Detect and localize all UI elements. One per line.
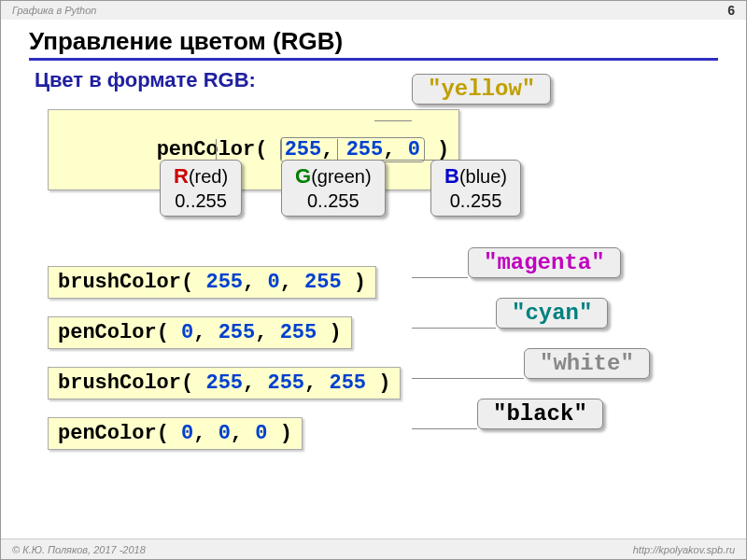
header-bar: Графика в Python 6: [1, 1, 746, 20]
g-letter: G: [295, 164, 311, 188]
r-word: (red): [189, 166, 228, 187]
code-row-2: brushColor( 255, 255, 255 ): [48, 367, 401, 399]
component-r: R(red) 0..255: [160, 160, 242, 217]
component-g: G(green) 0..255: [281, 160, 386, 217]
b-range: 0..255: [444, 190, 507, 212]
content-area: penColor( 255, 255, 0 ) "yellow" R(red) …: [38, 100, 746, 456]
r-letter: R: [174, 164, 189, 188]
color-name-1: "cyan": [496, 298, 608, 329]
page-number: 6: [727, 3, 735, 18]
g-range: 0..255: [295, 190, 372, 212]
breadcrumb: Графика в Python: [12, 5, 96, 16]
footer-copyright: © К.Ю. Поляков, 2017 -2018: [12, 544, 146, 555]
color-name-yellow: "yellow": [412, 74, 551, 105]
b-letter: B: [444, 164, 459, 188]
footer-bar: © К.Ю. Поляков, 2017 -2018 http://kpolya…: [1, 539, 746, 559]
code-row-0: brushColor( 255, 0, 255 ): [48, 266, 376, 299]
slide: Графика в Python 6 Управление цветом (RG…: [0, 0, 747, 560]
color-name-3: "black": [477, 399, 603, 429]
component-b: B(blue) 0..255: [430, 160, 521, 217]
color-name-0: "magenta": [468, 247, 621, 278]
code-row-1: penColor( 0, 255, 255 ): [48, 316, 352, 349]
code-row-3: penColor( 0, 0, 0 ): [48, 417, 303, 450]
slide-subtitle: Цвет в формате RGB:: [35, 68, 746, 92]
b-word: (blue): [459, 166, 507, 187]
slide-title: Управление цветом (RGB): [29, 27, 718, 61]
r-range: 0..255: [174, 190, 228, 212]
footer-url: http://kpolyakov.spb.ru: [633, 544, 735, 555]
color-name-2: "white": [524, 348, 650, 379]
g-word: (green): [311, 166, 371, 187]
